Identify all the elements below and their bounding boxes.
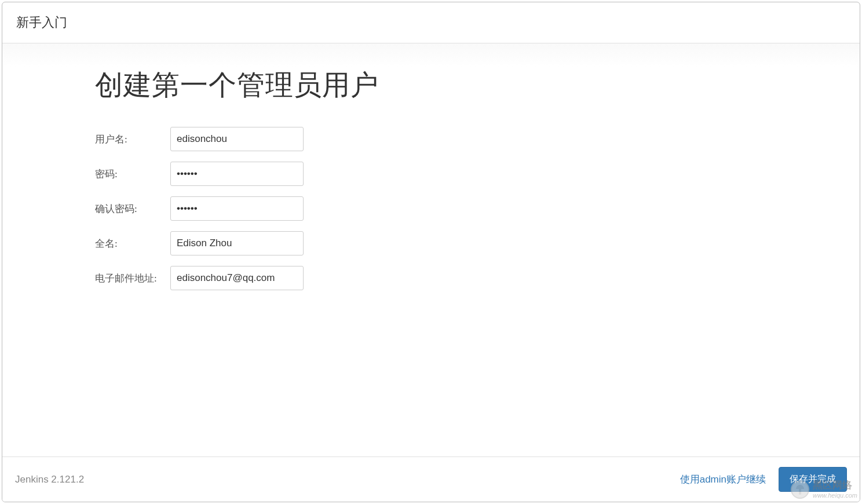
form-row-confirm-password: 确认密码: xyxy=(95,196,767,221)
version-text: Jenkins 2.121.2 xyxy=(15,474,84,485)
password-input[interactable] xyxy=(170,162,304,186)
form-row-email: 电子邮件地址: xyxy=(95,266,767,290)
username-input[interactable] xyxy=(170,127,304,151)
form-row-username: 用户名: xyxy=(95,127,767,151)
fullname-label: 全名: xyxy=(95,237,170,250)
fullname-input[interactable] xyxy=(170,231,304,255)
confirm-password-label: 确认密码: xyxy=(95,202,170,216)
content-area: 创建第一个管理员用户 用户名: 密码: 确认密码: 全名: 电子邮件地址: xyxy=(2,43,860,459)
wizard-header-title: 新手入门 xyxy=(16,15,67,30)
wizard-footer: Jenkins 2.121.2 使用admin账户继续 保存并完成 xyxy=(2,456,860,502)
wizard-header: 新手入门 xyxy=(2,2,860,43)
form-row-fullname: 全名: xyxy=(95,231,767,255)
email-label: 电子邮件地址: xyxy=(95,272,170,285)
form-row-password: 密码: xyxy=(95,162,767,186)
page-title: 创建第一个管理员用户 xyxy=(95,67,767,104)
email-input[interactable] xyxy=(170,266,304,290)
save-and-finish-button[interactable]: 保存并完成 xyxy=(779,467,847,492)
continue-as-admin-link[interactable]: 使用admin账户继续 xyxy=(680,473,766,486)
confirm-password-input[interactable] xyxy=(170,196,304,221)
username-label: 用户名: xyxy=(95,133,170,146)
password-label: 密码: xyxy=(95,167,170,181)
